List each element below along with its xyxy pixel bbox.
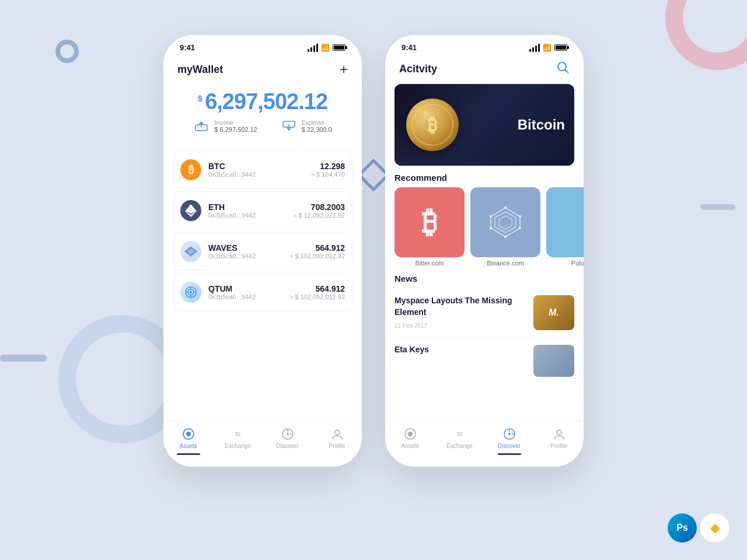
eth-amount: 708.2003	[293, 202, 345, 212]
bg-decoration-bar-right	[700, 204, 735, 210]
hero-background: ₿ Bitcoin	[395, 84, 574, 166]
profile-label-2: Profile	[550, 443, 567, 449]
svg-point-29	[519, 227, 521, 229]
svg-marker-4	[185, 204, 197, 214]
signal-icon	[308, 44, 318, 52]
svg-point-27	[504, 206, 507, 209]
expense-icon	[281, 118, 297, 134]
wifi-icon-2: 📶	[543, 44, 551, 52]
recommend-item-bitter[interactable]: ₿ Bitter.com	[395, 187, 465, 267]
waves-value: 564.912 ≈ $ 102,092,012.92	[289, 243, 345, 260]
news-item-2[interactable]: Eta Keys	[395, 338, 574, 384]
balance-amount: 6,297,502.12	[205, 89, 327, 114]
discover-label-2: Discover	[498, 443, 521, 449]
tool-badges: Ps ◆	[668, 513, 729, 542]
profile-label-1: Profile	[329, 443, 345, 449]
nav-assets-2[interactable]: Assets	[393, 427, 428, 455]
eth-address: 0x3b5ca0...9442	[208, 212, 293, 219]
recommend-item-binance[interactable]: Binance.com	[470, 187, 540, 267]
time-1: 9:41	[180, 43, 195, 52]
btc-icon: ₿	[180, 159, 201, 180]
nav-exchange-2[interactable]: ≈ Exchange	[442, 427, 477, 455]
status-bar-2: 9:41 📶	[385, 35, 584, 57]
news-content-2: Eta Keys	[395, 345, 533, 354]
assets-label-1: Assets	[179, 443, 197, 449]
nav-assets-1[interactable]: Assets	[171, 427, 206, 455]
bg-decoration-circle-blue	[55, 40, 79, 63]
btc-value: 12.298 ≈ $ 184,470	[311, 162, 345, 178]
recommend-item-polo[interactable]: Polone	[546, 187, 584, 267]
assets-icon	[181, 427, 196, 441]
signal-icon-2	[529, 44, 540, 52]
income-item: Income $ 6,297,502.12	[193, 118, 257, 134]
coin-item-waves[interactable]: WAVES 0x3b5ca0...9442 564.912 ≈ $ 102,09…	[173, 232, 352, 271]
coin-item-eth[interactable]: ETH 0x3b5ca0...9442 708.2003 ≈ $ 12,092,…	[173, 191, 352, 230]
news-title-2: Eta Keys	[395, 345, 526, 354]
qtum-value: 564.912 ≈ $ 102,092,012.92	[289, 284, 345, 300]
activity-header: Acitvity	[385, 57, 584, 84]
binance-name: Binance.com	[470, 260, 540, 267]
hero-image[interactable]: ₿ Bitcoin	[395, 84, 574, 166]
news-date-1: 11 Feb 2017	[395, 323, 526, 329]
search-button[interactable]	[557, 61, 570, 77]
eth-icon	[180, 200, 201, 221]
news-title: News	[385, 267, 584, 288]
wallet-title: myWallet	[177, 64, 223, 76]
assets-label-2: Assets	[401, 443, 418, 449]
svg-point-39	[557, 430, 561, 435]
qtum-address: 0x3b5ca0...9442	[208, 293, 289, 300]
exchange-icon-1: ≈	[231, 427, 245, 441]
coin-item-qtum[interactable]: QTUM 0x3b5ca0...9442 564.912 ≈ $ 102,092…	[173, 273, 352, 312]
svg-point-30	[504, 236, 507, 238]
discover-icon-2	[502, 427, 516, 441]
eth-value: 708.2003 ≈ $ 12,092,021.92	[293, 202, 345, 219]
news-title-1: Myspace Layouts The Missing Element	[395, 295, 526, 318]
photoshop-badge: Ps	[668, 513, 697, 542]
exchange-icon-2: ≈	[453, 427, 467, 441]
eth-name: ETH	[208, 202, 293, 212]
nav-exchange-1[interactable]: ≈ Exchange	[221, 427, 256, 455]
bg-decoration-bar-left	[0, 355, 47, 362]
income-text: Income $ 6,297,502.12	[214, 120, 257, 133]
nav-discover-1[interactable]: Discover	[270, 427, 305, 455]
hero-label: Bitcoin	[518, 117, 565, 132]
polo-card	[546, 187, 584, 257]
status-bar-1: 9:41 📶	[163, 35, 362, 57]
svg-point-32	[490, 215, 492, 218]
nav-discover-2[interactable]: Discover	[492, 427, 527, 455]
battery-icon-2	[554, 44, 567, 51]
btc-usd: ≈ $ 184,470	[311, 171, 345, 178]
svg-point-16	[186, 432, 191, 436]
bitter-name: Bitter.com	[395, 260, 465, 267]
profile-icon-1	[330, 427, 344, 441]
bottom-nav-1: Assets ≈ Exchange Discover	[163, 421, 362, 467]
exchange-label-1: Exchange	[225, 443, 250, 449]
status-icons-2: 📶	[529, 44, 567, 52]
bottom-nav-2: Assets ≈ Exchange Discover	[385, 421, 584, 467]
nav-profile-2[interactable]: Profile	[542, 427, 577, 455]
battery-icon	[333, 44, 345, 51]
nav-profile-1[interactable]: Profile	[320, 427, 355, 455]
news-item-1[interactable]: Myspace Layouts The Missing Element 11 F…	[395, 288, 574, 338]
news-content-1: Myspace Layouts The Missing Element 11 F…	[395, 295, 533, 329]
phone-activity: 9:41 📶 Acitvity	[385, 35, 584, 467]
add-button[interactable]: +	[340, 61, 348, 78]
nav-indicator-2	[498, 453, 521, 455]
qtum-amount: 564.912	[289, 284, 345, 293]
income-expense-row: Income $ 6,297,502.12 Expense $	[177, 118, 348, 134]
svg-point-28	[519, 215, 521, 218]
exchange-label-2: Exchange	[446, 443, 472, 449]
binance-card	[470, 187, 540, 257]
btc-amount: 12.298	[311, 162, 345, 171]
income-value: $ 6,297,502.12	[214, 126, 257, 133]
btc-name: BTC	[208, 162, 311, 171]
coin-item-btc[interactable]: ₿ BTC 0x3b5ca0...9442 12.298 ≈ $ 184,470	[173, 150, 352, 189]
balance-section: $ 6,297,502.12 Income $ 6,297,502.12	[163, 80, 362, 146]
eth-usd: ≈ $ 12,092,021.92	[293, 212, 345, 219]
svg-marker-26	[499, 216, 512, 229]
balance-display: $ 6,297,502.12	[177, 89, 348, 114]
activity-title: Acitvity	[399, 63, 437, 75]
svg-point-18	[287, 433, 289, 435]
currency-symbol: $	[198, 94, 203, 103]
svg-point-22	[558, 62, 566, 71]
